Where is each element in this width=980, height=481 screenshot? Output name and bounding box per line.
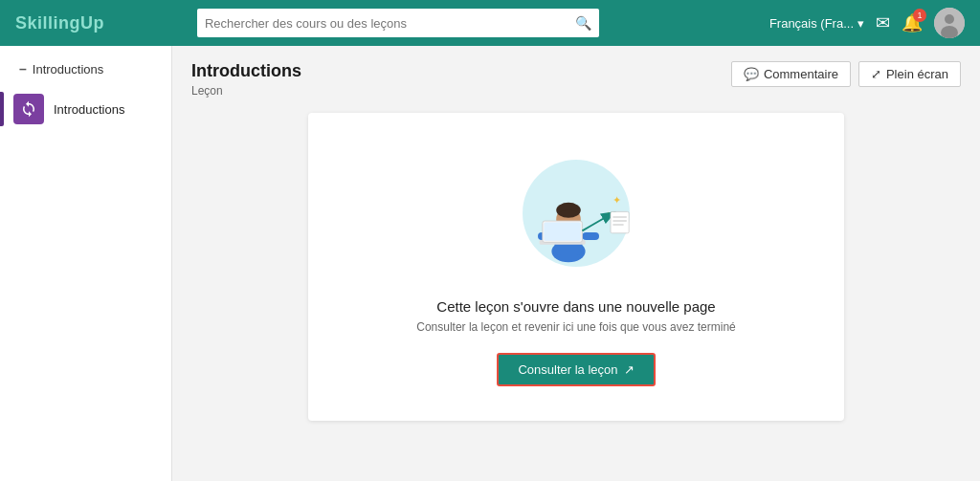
mail-icon: ✉ <box>876 13 890 33</box>
notifications-button[interactable]: 🔔 1 <box>902 12 923 33</box>
page-title-group: Introductions Leçon <box>191 61 301 98</box>
sidebar-section-header: – Introductions <box>0 57 171 84</box>
main-actions: 💬 Commentaire ⤢ Plein écran <box>731 61 961 87</box>
chevron-down-icon: ▾ <box>858 16 864 31</box>
lesson-sub-text: Consulter la leçon et revenir ici une fo… <box>416 320 736 334</box>
search-magnifier-icon: 🔍 <box>575 15 591 31</box>
consult-label: Consulter la leçon <box>518 362 617 377</box>
search-bar[interactable]: 🔍 <box>197 9 599 37</box>
sidebar-item-introductions[interactable]: Introductions <box>0 84 171 134</box>
sidebar: – Introductions Introductions <box>0 46 172 481</box>
lesson-open-text: Cette leçon s'ouvre dans une nouvelle pa… <box>436 298 715 315</box>
sidebar-section-label: Introductions <box>33 62 103 77</box>
sync-icon <box>20 100 37 118</box>
comment-label: Commentaire <box>764 67 838 81</box>
svg-text:✦: ✦ <box>612 194 621 206</box>
svg-point-8 <box>559 209 577 215</box>
sidebar-item-label: Introductions <box>54 102 124 117</box>
external-link-icon: ↗ <box>624 362 635 377</box>
fullscreen-icon: ⤢ <box>871 67 881 81</box>
app-header: SkillingUp 🔍 Français (Fra... ▾ ✉ 🔔 1 <box>0 0 980 46</box>
lesson-icon <box>13 94 44 124</box>
search-input[interactable] <box>197 9 599 37</box>
active-indicator <box>0 92 4 126</box>
fullscreen-label: Plein écran <box>886 67 948 81</box>
comment-button[interactable]: 💬 Commentaire <box>731 61 851 87</box>
avatar-image <box>934 8 965 38</box>
comment-icon: 💬 <box>744 67 759 81</box>
svg-point-1 <box>945 14 954 24</box>
content-header: Introductions Leçon 💬 Commentaire ⤢ Plei… <box>191 61 961 98</box>
page-title: Introductions <box>191 61 301 82</box>
language-selector[interactable]: Français (Fra... ▾ <box>769 16 864 31</box>
svg-rect-13 <box>544 222 580 240</box>
app-logo[interactable]: SkillingUp <box>15 13 104 33</box>
lesson-illustration: ✦ ✦ <box>500 151 653 275</box>
user-avatar[interactable] <box>934 8 965 38</box>
consult-lesson-button[interactable]: Consulter la leçon ↗ <box>497 353 655 386</box>
page-layout: – Introductions Introductions Introducti… <box>0 46 980 481</box>
notification-badge: 1 <box>913 9 926 22</box>
collapse-icon[interactable]: – <box>19 61 27 77</box>
language-label: Français (Fra... <box>769 16 854 31</box>
logo-text-2: Up <box>80 13 104 33</box>
mail-icon-button[interactable]: ✉ <box>876 12 890 33</box>
header-right-section: Français (Fra... ▾ ✉ 🔔 1 <box>769 8 965 38</box>
main-content: Introductions Leçon 💬 Commentaire ⤢ Plei… <box>172 46 980 481</box>
svg-rect-10 <box>582 232 599 240</box>
lesson-card: ✦ ✦ Cette leçon s'ouvre dans une nouvell… <box>308 113 844 421</box>
svg-rect-16 <box>611 211 629 232</box>
logo-text-1: Skilling <box>15 13 80 33</box>
fullscreen-button[interactable]: ⤢ Plein écran <box>858 61 961 87</box>
page-subtitle: Leçon <box>191 84 301 98</box>
